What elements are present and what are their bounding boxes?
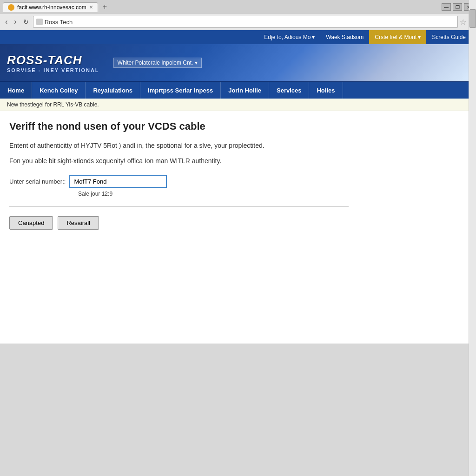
maximize-button[interactable]: ❐ bbox=[453, 3, 462, 11]
serial-form-row: Unter serial number:: bbox=[9, 175, 467, 188]
serial-input[interactable] bbox=[69, 175, 167, 188]
nav-item-holles[interactable]: Holles bbox=[309, 82, 343, 99]
page-title: Veriff the nond usen of your VCDS cable bbox=[9, 120, 467, 132]
divider bbox=[9, 206, 349, 207]
address-favicon bbox=[36, 19, 43, 25]
nav-item-kench[interactable]: Kench Colley bbox=[32, 82, 86, 99]
tab-close-icon[interactable]: ✕ bbox=[89, 5, 93, 10]
main-nav: Home Kench Colley Reyalulations Imprtpss… bbox=[0, 81, 476, 99]
notification-bar: New thestiegel for RRL Yis-VB cable. bbox=[0, 99, 476, 111]
notification-text: New thestiegel for RRL Yis-VB cable. bbox=[7, 101, 99, 108]
scrollbar-thumb[interactable] bbox=[469, 9, 476, 28]
back-button[interactable]: ‹ bbox=[3, 17, 10, 27]
address-text: Ross Tech bbox=[45, 19, 455, 26]
dropdown-arrow-icon: ▾ bbox=[312, 34, 315, 40]
recall-button[interactable]: Resairall bbox=[58, 216, 99, 230]
address-bar[interactable]: Ross Tech bbox=[33, 16, 458, 28]
logo-area: ROSS-TACH SORVISE - INEY VERTIONAL bbox=[7, 53, 99, 73]
logo-sub: SORVISE - INEY VERTIONAL bbox=[7, 67, 99, 73]
title-bar: facit.www.rh-innovesac.com ✕ + — ❐ ✕ bbox=[0, 0, 476, 14]
top-menu: Edje to, Adious Mo ▾ Waek Stadsom Crste … bbox=[0, 30, 476, 44]
cancel-button[interactable]: Canapted bbox=[9, 216, 53, 230]
new-tab-button[interactable]: + bbox=[101, 3, 109, 11]
nav-item-imprt[interactable]: Imprtpss Seriar Inpess bbox=[140, 82, 221, 99]
page-area: Edje to, Adious Mo ▾ Waek Stadsom Crste … bbox=[0, 30, 476, 344]
header-dropdown[interactable]: Whiter Polatcrale Inpolem Cnt. ▾ bbox=[113, 58, 202, 68]
nav-item-services[interactable]: Services bbox=[269, 82, 310, 99]
tab-bar: facit.www.rh-innovesac.com ✕ + bbox=[3, 2, 109, 12]
sale-info: Sale jour 12:9 bbox=[78, 191, 467, 197]
serial-label: Unter serial number:: bbox=[9, 178, 66, 185]
logo-main: ROSS-TACH bbox=[7, 53, 99, 67]
dropdown-arrow-icon-3: ▾ bbox=[195, 60, 198, 66]
page-description-1: Entent of authenticitty of HYJTV 5Rot ) … bbox=[9, 141, 467, 151]
refresh-button[interactable]: ↻ bbox=[21, 17, 31, 26]
browser-tab[interactable]: facit.www.rh-innovesac.com ✕ bbox=[3, 2, 98, 12]
nav-item-reyal[interactable]: Reyalulations bbox=[86, 82, 140, 99]
tab-favicon bbox=[8, 4, 14, 11]
top-menu-item-3[interactable]: Scretts Guide bbox=[426, 30, 471, 44]
bookmark-button[interactable]: ☆ bbox=[460, 18, 466, 26]
nav-item-home[interactable]: Home bbox=[0, 82, 32, 99]
page-content: Veriff the nond usen of your VCDS cable … bbox=[0, 111, 476, 344]
forward-button[interactable]: › bbox=[12, 17, 19, 27]
top-menu-item-1[interactable]: Waek Stadsom bbox=[320, 30, 369, 44]
nav-item-jorln[interactable]: Jorln Hollie bbox=[221, 82, 269, 99]
page-description-2: Fon you able bit sight-xtionds xequenity… bbox=[9, 156, 467, 166]
minimize-button[interactable]: — bbox=[442, 3, 451, 11]
site-header: ROSS-TACH SORVISE - INEY VERTIONAL White… bbox=[0, 44, 476, 81]
button-row: Canapted Resairall bbox=[9, 216, 467, 230]
dropdown-arrow-icon-2: ▾ bbox=[418, 34, 421, 40]
top-menu-item-2[interactable]: Crste frel & Mont ▾ bbox=[369, 30, 426, 44]
top-menu-item-0[interactable]: Edje to, Adious Mo ▾ bbox=[258, 30, 320, 44]
tab-title: facit.www.rh-innovesac.com bbox=[17, 4, 86, 11]
browser-window: facit.www.rh-innovesac.com ✕ + — ❐ ✕ ‹ ›… bbox=[0, 0, 476, 476]
nav-bar: ‹ › ↻ Ross Tech ☆ ≡ bbox=[0, 14, 476, 30]
scrollbar[interactable] bbox=[469, 0, 476, 476]
